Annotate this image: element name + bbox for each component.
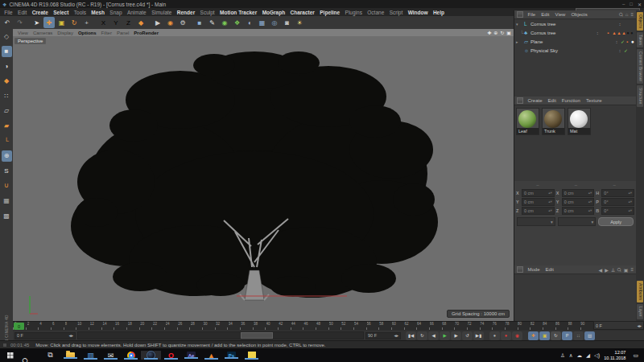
object-row[interactable]: └ ♣ Cornus tree : ▪ ▲▲▲ ●●	[514, 28, 636, 37]
perspective-viewport[interactable]: ViewCamerasDisplayOptionsFilterPanelProR…	[13, 29, 514, 321]
workplane-mode-button[interactable]: ◆	[2, 76, 12, 87]
array-generator-menu[interactable]: ❖	[232, 17, 243, 28]
stepper-icon[interactable]: ▴▾	[628, 208, 632, 212]
spline-pen-menu[interactable]: ✎	[207, 17, 218, 28]
separator[interactable]	[190, 17, 193, 28]
om-menu-item[interactable]: File	[525, 12, 539, 17]
side-tab[interactable]: Takes	[637, 32, 643, 47]
object-row[interactable]: ▾ L Cornus tree :	[514, 19, 636, 28]
menu-item[interactable]: Motion Tracker	[217, 10, 260, 15]
expander-icon[interactable]: ▾	[516, 22, 520, 27]
store-icon[interactable]: ▥	[80, 352, 101, 360]
metaball-menu[interactable]: ◖	[244, 17, 255, 28]
stepper-icon[interactable]: ▴▾	[588, 191, 592, 195]
attr-menu-item[interactable]: Edit	[543, 267, 556, 272]
menu-item[interactable]: Edit	[15, 10, 30, 15]
loop-mode-button[interactable]: ↻	[417, 331, 427, 340]
sticky-notes-icon[interactable]	[242, 352, 262, 360]
coord-mode-dropdown[interactable]: ▾	[517, 217, 555, 226]
people-icon[interactable]: ♙	[560, 352, 565, 359]
stepper-icon[interactable]: ▴▾	[588, 200, 592, 204]
record-keyframe-button[interactable]: ●	[489, 331, 500, 340]
mail-icon[interactable]: ✉	[101, 352, 121, 360]
task-view-button[interactable]: ⧉	[40, 351, 60, 360]
texture-tag-white-icon[interactable]: ●	[631, 39, 634, 44]
history-back-icon[interactable]: ◀	[599, 267, 603, 273]
visibility-dots-icon[interactable]: :	[619, 22, 624, 27]
key-parameter-toggle[interactable]: P	[562, 331, 572, 340]
volume-icon[interactable]: ◁)	[594, 352, 600, 359]
instance-tags-icon[interactable]: ▲▲▲	[612, 31, 626, 35]
object-name[interactable]: Plane	[530, 39, 616, 44]
live-selection-tool[interactable]: ➤	[31, 17, 43, 28]
position-field[interactable]: 0 cm▴▾	[522, 189, 555, 197]
size-field[interactable]: 0 cm▴▾	[562, 198, 595, 206]
coordinate-system-toggle[interactable]: ◆	[135, 17, 147, 28]
enabled-check-icon[interactable]: ✓	[624, 47, 630, 53]
menu-item[interactable]: Snap	[107, 10, 125, 15]
next-frame-button[interactable]: ▶	[451, 331, 461, 340]
model-mode-button[interactable]: ■	[2, 46, 12, 57]
render-view-button[interactable]: ▶	[152, 17, 163, 28]
apply-button[interactable]: Apply	[598, 217, 634, 226]
menu-item[interactable]: MoGraph	[259, 10, 287, 15]
camera-menu[interactable]: ◙	[282, 17, 293, 28]
current-frame-marker[interactable]: 0	[14, 323, 24, 330]
workplane-snap-button[interactable]: ▦	[2, 195, 12, 207]
photoshop-icon[interactable]: Ps	[221, 352, 242, 359]
chrome-icon[interactable]	[121, 352, 141, 360]
om-menu-item[interactable]: View	[552, 12, 568, 17]
separator[interactable]	[93, 17, 97, 28]
rotation-field[interactable]: 0°▴▾	[601, 189, 634, 197]
autokeying-button[interactable]: ●	[501, 331, 511, 340]
mat-menu-item[interactable]: Function	[559, 98, 583, 103]
x-axis-lock[interactable]: X	[98, 17, 109, 28]
menu-item[interactable]: Help	[431, 10, 447, 15]
menu-item[interactable]: Character	[287, 10, 317, 15]
snap-settings-button[interactable]: S	[2, 165, 12, 176]
list-menu-icon[interactable]: ≡	[630, 12, 634, 17]
material-swatch[interactable]: Mat	[568, 108, 591, 135]
texture-tags-dark-icon[interactable]: ●●	[626, 30, 634, 35]
side-tab[interactable]: Objects	[637, 12, 643, 31]
last-used-tool[interactable]: +	[81, 17, 93, 28]
pick-object-icon[interactable]: ♙	[611, 267, 615, 273]
coord-col-header[interactable]: –	[595, 183, 634, 187]
render-settings-button[interactable]: ⚙	[177, 17, 188, 28]
object-name[interactable]: Cornus tree	[530, 31, 597, 35]
range-start-field[interactable]: 0 F◂▸	[14, 332, 76, 339]
current-frame-field[interactable]: 0 F ◂▸	[593, 321, 644, 330]
key-scale-toggle[interactable]: ▣	[539, 331, 550, 340]
repeat-mode-button[interactable]: ↺	[462, 331, 473, 340]
menu-item[interactable]: Window	[405, 10, 430, 15]
stepper-icon[interactable]: ◂▸	[68, 333, 73, 338]
start-button[interactable]	[0, 352, 20, 359]
menu-item[interactable]: Animate	[125, 10, 149, 15]
axis-mode-button[interactable]: └	[2, 135, 12, 146]
lock-workplane-button[interactable]: ▩	[2, 210, 12, 221]
rotation-field[interactable]: 0°▴▾	[601, 198, 634, 206]
scene-canvas[interactable]	[13, 29, 514, 321]
points-mode-button[interactable]: ∷	[2, 90, 12, 101]
object-row[interactable]: ▸ ▱ Plane : ✓ ▪ ●	[514, 37, 636, 46]
stepper-icon[interactable]: ▴▾	[588, 208, 592, 212]
environment-menu[interactable]: ◎	[269, 17, 280, 28]
size-field[interactable]: 0 cm▴▾	[562, 207, 595, 215]
enabled-check-icon[interactable]: ✓	[621, 39, 626, 44]
scale-tool[interactable]: ▣	[56, 17, 68, 28]
mat-menu-item[interactable]: Edit	[545, 98, 559, 103]
previous-frame-button[interactable]: ◀	[428, 331, 439, 340]
redo-button[interactable]: ↷	[14, 17, 26, 28]
object-name[interactable]: Physical Sky	[530, 48, 619, 53]
menu-item[interactable]: Sculpt	[197, 10, 217, 15]
panel-grip-icon[interactable]	[517, 266, 523, 273]
side-tab[interactable]: Content Browser	[637, 49, 643, 84]
stepper-icon[interactable]: ▴▾	[548, 191, 552, 195]
lock-icon[interactable]: ▣	[624, 267, 629, 273]
polygons-mode-button[interactable]: ▰	[2, 121, 12, 132]
position-field[interactable]: 0 cm▴▾	[522, 207, 555, 215]
rotate-tool[interactable]: ↻	[68, 17, 80, 28]
menu-item[interactable]: Mesh	[89, 10, 107, 15]
magnet-tool-button[interactable]: ∪	[2, 180, 12, 191]
opera-icon[interactable]: O	[161, 352, 181, 360]
